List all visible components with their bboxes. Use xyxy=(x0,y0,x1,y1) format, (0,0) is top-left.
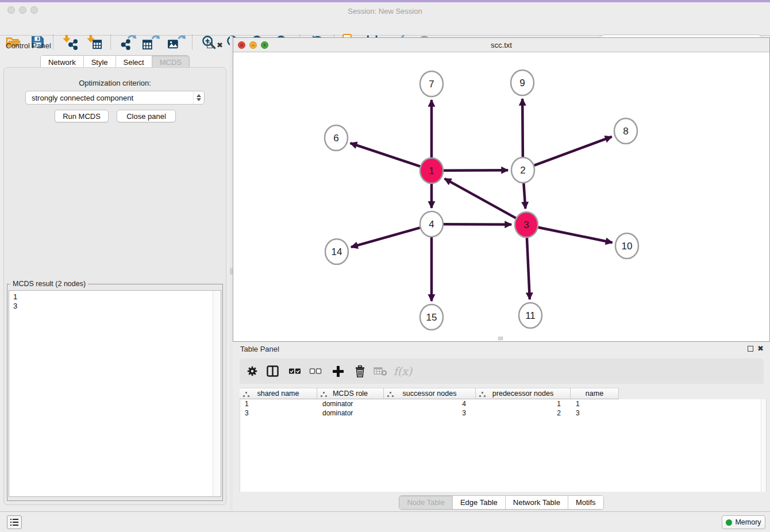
node-label-7: 7 xyxy=(429,79,434,90)
table-header-row: shared nameMCDS rolesuccessor nodesprede… xyxy=(240,388,619,399)
edge-1-6[interactable] xyxy=(351,143,421,166)
node-label-11: 11 xyxy=(525,310,536,321)
table-panel-title: Table Panel xyxy=(240,345,279,353)
cell-name: 3 xyxy=(571,408,619,418)
criterion-dropdown[interactable]: strongly connected component xyxy=(25,91,205,105)
column-header-label: successor nodes xyxy=(403,390,457,398)
cell-name: 1 xyxy=(571,399,619,408)
control-panel-float-icon[interactable] xyxy=(207,43,213,48)
edge-2-9[interactable] xyxy=(522,99,523,157)
delete-column-trash-icon[interactable] xyxy=(353,364,367,379)
add-column-icon[interactable] xyxy=(331,364,345,379)
column-header-label: shared name xyxy=(257,390,299,398)
network-graph: 7968124314101511 xyxy=(234,52,769,341)
network-canvas[interactable]: 7968124314101511 xyxy=(234,52,769,341)
mcds-result-list[interactable]: 13 xyxy=(9,290,221,497)
column-header-successor-nodes[interactable]: successor nodes xyxy=(384,388,476,399)
node-label-4: 4 xyxy=(429,219,434,230)
memory-status-icon xyxy=(726,519,732,526)
network-window-title: scc.txt xyxy=(233,41,769,49)
canvas-scroll-handle[interactable] xyxy=(498,337,503,340)
function-builder-icon[interactable]: f(x) xyxy=(393,364,413,379)
deselect-all-icon[interactable] xyxy=(308,364,323,379)
edge-3-1[interactable] xyxy=(445,179,516,218)
optimization-criterion-label: Optimization criterion: xyxy=(0,79,230,87)
column-header-shared-name[interactable]: shared name xyxy=(240,388,317,399)
memory-button[interactable]: Memory xyxy=(722,515,765,529)
network-window-titlebar: ✕ − + scc.txt xyxy=(233,38,769,52)
column-header-predecessor-nodes[interactable]: predecessor nodes xyxy=(476,388,571,399)
table-row[interactable]: 3dominator323 xyxy=(240,408,766,418)
cell-shared-name: 1 xyxy=(240,399,318,408)
status-bar xyxy=(0,511,770,532)
node-label-3: 3 xyxy=(523,219,529,230)
table-row[interactable]: 1dominator411 xyxy=(240,399,766,408)
toggle-panel-icon[interactable] xyxy=(265,364,279,379)
hierarchy-icon xyxy=(323,392,325,394)
edge-1-2[interactable] xyxy=(444,170,508,171)
export-table-icon[interactable] xyxy=(140,34,161,50)
node-label-10: 10 xyxy=(622,241,633,252)
node-label-14: 14 xyxy=(332,246,342,257)
node-label-9: 9 xyxy=(519,78,525,88)
table-tab-motifs[interactable]: Motifs xyxy=(568,496,603,509)
memory-label: Memory xyxy=(735,518,761,526)
select-all-icon[interactable] xyxy=(287,364,302,379)
cell-shared-name: 3 xyxy=(240,408,318,418)
import-table-icon[interactable] xyxy=(85,34,103,50)
result-scrollbar[interactable] xyxy=(213,291,221,496)
node-label-15: 15 xyxy=(426,312,437,323)
hierarchy-icon xyxy=(245,392,247,394)
toolbar-separator xyxy=(192,34,193,49)
delete-table-icon[interactable] xyxy=(372,364,388,379)
settings-gear-icon[interactable] xyxy=(246,364,259,379)
main-toolbar xyxy=(0,16,770,36)
run-mcds-button[interactable]: Run MCDS xyxy=(55,110,109,122)
table-tab-network-table[interactable]: Network Table xyxy=(506,496,568,509)
node-table[interactable]: 1dominator4113dominator323 xyxy=(240,399,767,492)
mcds-result-line: 1 xyxy=(9,292,221,302)
criterion-dropdown-value: strongly connected component xyxy=(26,94,193,102)
column-header-label: predecessor nodes xyxy=(492,390,553,398)
node-label-1: 1 xyxy=(429,165,434,176)
toolbar-separator xyxy=(53,34,54,49)
edge-2-3[interactable] xyxy=(523,183,525,209)
cell-successor-nodes: 3 xyxy=(384,408,476,418)
control-panel-close-icon[interactable]: ✖ xyxy=(217,42,223,49)
export-image-icon[interactable] xyxy=(165,34,186,50)
application-window: Session: New Session xyxy=(0,0,770,532)
table-scrollbar[interactable] xyxy=(761,399,766,492)
table-panel-float-icon[interactable] xyxy=(748,346,753,352)
cell-predecessor-nodes: 1 xyxy=(476,399,571,408)
node-label-6: 6 xyxy=(333,133,338,144)
column-header-MCDS-role[interactable]: MCDS role xyxy=(317,388,384,399)
close-panel-button[interactable]: Close panel xyxy=(117,110,176,122)
network-view-window: ✕ − + scc.txt 7968124314101511 xyxy=(233,37,770,342)
hierarchy-icon xyxy=(390,392,391,394)
edge-3-10[interactable] xyxy=(538,228,613,242)
list-icon xyxy=(10,519,18,526)
cell-MCDS-role: dominator xyxy=(318,408,384,418)
table-panel-close-icon[interactable]: ✖ xyxy=(757,345,764,352)
window-title: Session: New Session xyxy=(0,7,770,16)
column-header-label: MCDS role xyxy=(333,390,368,398)
edge-4-3[interactable] xyxy=(444,224,511,225)
toolbar-separator xyxy=(110,34,111,49)
cell-successor-nodes: 4 xyxy=(384,399,476,408)
table-tab-node-table[interactable]: Node Table xyxy=(399,496,453,509)
cell-predecessor-nodes: 2 xyxy=(476,408,571,418)
import-network-icon[interactable] xyxy=(61,34,79,50)
cell-MCDS-role: dominator xyxy=(318,399,384,408)
export-network-icon[interactable] xyxy=(118,34,138,50)
table-tabs: Node TableEdge TableNetwork TableMotifs xyxy=(233,495,770,510)
table-tab-edge-table[interactable]: Edge Table xyxy=(453,496,506,509)
edge-4-14[interactable] xyxy=(351,228,420,247)
control-panel-title: Control Panel xyxy=(6,41,51,50)
edge-2-8[interactable] xyxy=(534,137,612,165)
edge-3-11[interactable] xyxy=(527,238,530,299)
node-label-2: 2 xyxy=(520,165,525,176)
column-header-name[interactable]: name xyxy=(571,388,619,399)
task-history-button[interactable] xyxy=(7,515,22,529)
window-titlebar: Session: New Session xyxy=(0,2,770,16)
mcds-result-line: 3 xyxy=(9,302,221,311)
